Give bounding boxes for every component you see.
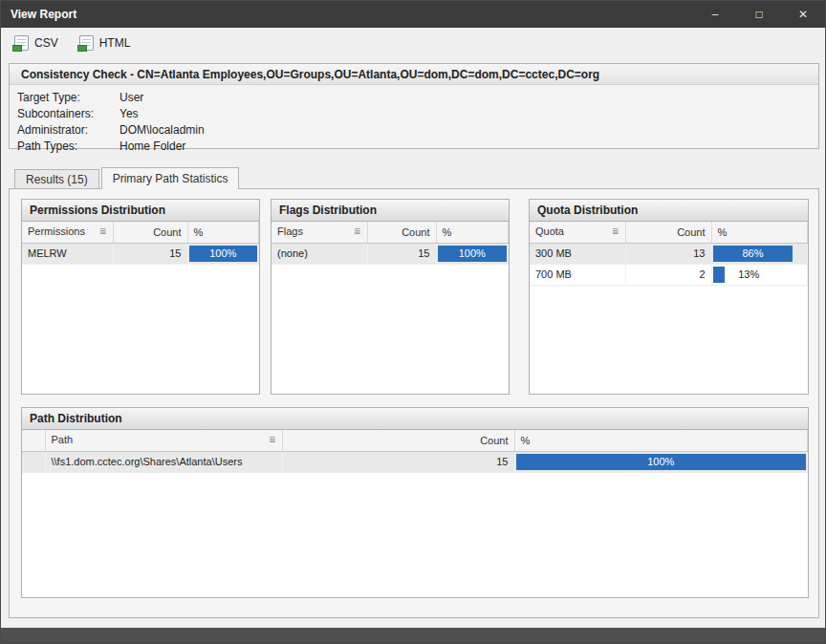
percent-label: 86% bbox=[742, 247, 763, 259]
flags-distribution-panel: Flags Distribution Flags≣ Count % (none)… bbox=[271, 199, 510, 395]
flags-table-body: (none)15100% bbox=[272, 243, 509, 264]
percent-bar-fill bbox=[713, 267, 726, 283]
field-label: Administrator: bbox=[17, 123, 120, 137]
percent-label: 100% bbox=[209, 247, 236, 259]
column-header-quota[interactable]: Quota≣ bbox=[530, 222, 625, 243]
status-bar bbox=[1, 628, 825, 643]
table-header-row: Path≣ Count % bbox=[22, 430, 808, 451]
percent-label: 100% bbox=[647, 456, 674, 467]
column-header-count[interactable]: Count bbox=[113, 222, 187, 243]
column-header-count[interactable]: Count bbox=[282, 430, 514, 451]
percent-label: 13% bbox=[738, 267, 759, 283]
permissions-table-body: MELRW15100% bbox=[22, 243, 259, 264]
flags-table: Flags≣ Count % (none)15100% bbox=[272, 222, 509, 265]
tab-page-primary-path-statistics: Permissions Distribution Permissions≣ Co… bbox=[9, 188, 819, 618]
panel-body: Permissions≣ Count % MELRW15100% bbox=[22, 222, 259, 394]
permissions-table: Permissions≣ Count % MELRW15100% bbox=[22, 222, 259, 265]
percent-bar: 100% bbox=[516, 454, 807, 470]
row-percent-cell: 100% bbox=[187, 243, 259, 264]
view-report-window: View Report – □ ✕ CSV HTML Consistency C… bbox=[0, 0, 826, 644]
field-value: Yes bbox=[120, 107, 139, 120]
report-fields: Target Type: User Subcontainers: Yes Adm… bbox=[10, 85, 818, 154]
panel-title: Flags Distribution bbox=[272, 200, 509, 222]
field-label: Target Type: bbox=[17, 91, 120, 104]
row-count: 15 bbox=[282, 451, 514, 472]
field-label: Subcontainers: bbox=[17, 107, 120, 120]
percent-bar-fill: 86% bbox=[713, 246, 793, 262]
maximize-button[interactable]: □ bbox=[737, 1, 781, 28]
report-title: Consistency Check - CN=Atlanta Employees… bbox=[10, 64, 818, 85]
tab-bar: Results (15) Primary Path Statistics bbox=[9, 167, 239, 189]
percent-label: 100% bbox=[459, 247, 486, 259]
field-value: DOM\localadmin bbox=[120, 123, 205, 137]
title-bar: View Report – □ ✕ bbox=[1, 1, 825, 28]
table-row[interactable]: 300 MB1386% bbox=[530, 243, 808, 264]
percent-bar: 100% bbox=[189, 246, 258, 262]
column-header-lead bbox=[22, 430, 45, 451]
percent-bar-fill: 100% bbox=[438, 246, 508, 262]
row-name: 700 MB bbox=[530, 264, 625, 285]
path-table: Path≣ Count % \\fs1.dom.cctec.org\Shares… bbox=[22, 430, 808, 473]
sort-icon: ≣ bbox=[354, 225, 361, 238]
panel-body: Path≣ Count % \\fs1.dom.cctec.org\Shares… bbox=[22, 430, 808, 597]
field-label: Path Types: bbox=[17, 140, 120, 153]
row-name: MELRW bbox=[22, 243, 113, 264]
percent-bar-fill: 100% bbox=[189, 246, 258, 262]
tab-primary-path-statistics[interactable]: Primary Path Statistics bbox=[101, 167, 240, 189]
row-count: 15 bbox=[113, 243, 187, 264]
column-header-path[interactable]: Path≣ bbox=[45, 430, 282, 451]
close-button[interactable]: ✕ bbox=[781, 1, 825, 28]
report-summary-groupbox: Consistency Check - CN=Atlanta Employees… bbox=[9, 63, 819, 149]
export-csv-button[interactable]: CSV bbox=[9, 32, 64, 54]
row-percent-cell: 100% bbox=[436, 243, 509, 264]
minimize-button[interactable]: – bbox=[693, 1, 737, 28]
row-lead-cell bbox=[22, 451, 45, 472]
sort-icon: ≣ bbox=[269, 434, 276, 446]
quota-table-body: 300 MB1386%700 MB213% bbox=[530, 243, 808, 285]
sort-icon: ≣ bbox=[99, 225, 107, 238]
path-table-body: \\fs1.dom.cctec.org\Shares\Atlanta\Users… bbox=[22, 451, 808, 472]
toolbar: CSV HTML bbox=[1, 28, 825, 58]
row-count: 13 bbox=[625, 243, 711, 264]
table-row[interactable]: MELRW15100% bbox=[22, 243, 259, 264]
percent-bar: 13% bbox=[713, 267, 807, 283]
window-title: View Report bbox=[1, 8, 693, 21]
panel-title: Permissions Distribution bbox=[22, 200, 259, 222]
column-header-percent[interactable]: % bbox=[436, 222, 509, 243]
path-distribution-panel: Path Distribution Path≣ Count % \\fs1.do… bbox=[21, 407, 809, 598]
html-button-label: HTML bbox=[99, 36, 131, 50]
table-row[interactable]: \\fs1.dom.cctec.org\Shares\Atlanta\Users… bbox=[22, 451, 808, 472]
csv-file-icon bbox=[14, 35, 29, 51]
table-row[interactable]: 700 MB213% bbox=[530, 264, 808, 285]
row-percent-cell: 13% bbox=[711, 264, 808, 285]
table-header-row: Flags≣ Count % bbox=[272, 222, 509, 243]
field-value: User bbox=[120, 91, 143, 104]
permissions-distribution-panel: Permissions Distribution Permissions≣ Co… bbox=[21, 199, 260, 395]
table-row[interactable]: (none)15100% bbox=[272, 243, 509, 264]
html-file-icon bbox=[79, 35, 94, 51]
export-html-button[interactable]: HTML bbox=[74, 32, 137, 54]
column-header-flags[interactable]: Flags≣ bbox=[272, 222, 367, 243]
row-percent-cell: 100% bbox=[514, 451, 808, 472]
panel-title: Quota Distribution bbox=[530, 200, 808, 222]
column-header-percent[interactable]: % bbox=[187, 222, 259, 243]
column-header-percent[interactable]: % bbox=[514, 430, 808, 451]
column-header-count[interactable]: Count bbox=[625, 222, 711, 243]
row-count: 15 bbox=[367, 243, 436, 264]
panel-body: Quota≣ Count % 300 MB1386%700 MB213% bbox=[530, 222, 808, 394]
percent-bar: 86% bbox=[713, 246, 807, 262]
field-path-types: Path Types: Home Folder bbox=[17, 138, 811, 154]
field-subcontainers: Subcontainers: Yes bbox=[17, 105, 811, 121]
sort-icon: ≣ bbox=[612, 225, 620, 238]
row-name: \\fs1.dom.cctec.org\Shares\Atlanta\Users bbox=[45, 451, 282, 472]
row-percent-cell: 86% bbox=[711, 243, 808, 264]
column-header-permissions[interactable]: Permissions≣ bbox=[22, 222, 113, 243]
table-header-row: Quota≣ Count % bbox=[530, 222, 808, 243]
tab-results[interactable]: Results (15) bbox=[14, 169, 99, 189]
column-header-count[interactable]: Count bbox=[367, 222, 436, 243]
panel-title: Path Distribution bbox=[22, 408, 808, 430]
field-target-type: Target Type: User bbox=[17, 89, 811, 105]
csv-button-label: CSV bbox=[34, 36, 58, 50]
row-name: 300 MB bbox=[530, 243, 625, 264]
column-header-percent[interactable]: % bbox=[711, 222, 808, 243]
